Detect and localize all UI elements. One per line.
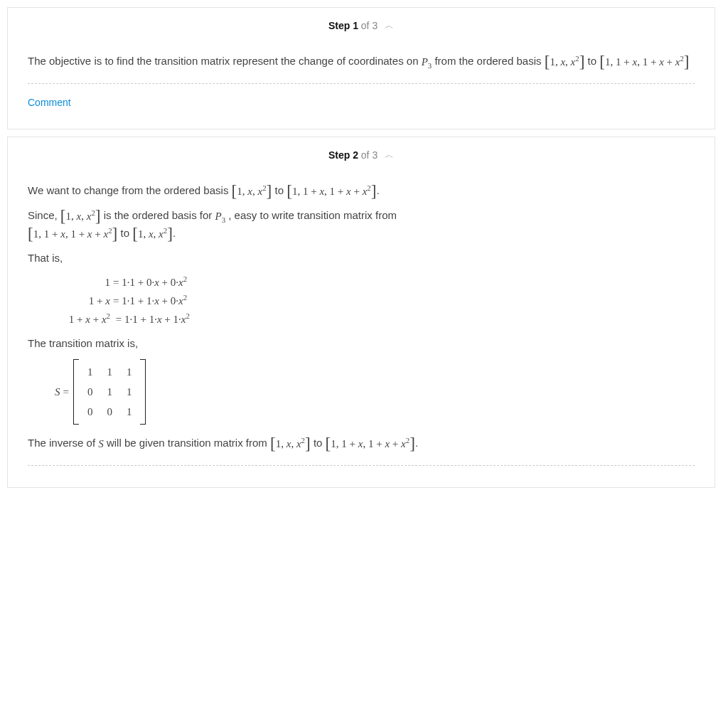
divider-2 [28, 465, 695, 466]
basis-new-3: [1, 1 + x, 1 + x + x2] [28, 228, 117, 240]
step-count-1: of 3 [358, 20, 378, 31]
s-symbol: S [98, 438, 104, 449]
s2-l2c: , easy to write transition matrix from [228, 209, 397, 221]
s2-l1a: We want to change from the ordered basis [28, 184, 232, 196]
step-1-number: Step 1 [328, 20, 358, 31]
s2-l1b: to [274, 184, 287, 196]
step2-line2: Since, [1, x, x2] is the ordered basis f… [28, 207, 695, 243]
basis-standard: [1, x, x2] [545, 56, 585, 68]
step2-line1: We want to change from the ordered basis… [28, 182, 695, 200]
inv-d: . [415, 437, 418, 449]
step1-text-a: The objective is to find the transition … [28, 55, 422, 67]
basis-new-2: [1, 1 + x, 1 + x + x2] [287, 186, 376, 197]
basis-standard-2: [1, x, x2] [232, 186, 272, 197]
matrix-body: 111 011 001 [80, 362, 139, 422]
eq-2: 1 + x = 1·1 + 1·x + 0·x2 [55, 292, 695, 309]
p3-symbol: P3 [422, 56, 432, 68]
s2-l2a: Since, [28, 209, 60, 221]
step-2-body: We want to change from the ordered basis… [8, 171, 714, 487]
step-2-number: Step 2 [328, 149, 358, 161]
step1-text-b: from the ordered basis [434, 55, 544, 67]
inverse-text: The inverse of S will be given transitio… [28, 435, 695, 452]
chevron-up-icon[interactable]: ︿ [385, 148, 394, 163]
step-1-header[interactable]: Step 1 of 3 ︿ [8, 8, 714, 41]
s2-l1c: . [376, 184, 379, 196]
inv-b: will be given transition matrix from [107, 437, 270, 449]
eq-1: 1 = 1·1 + 0·x + 0·x2 [55, 274, 695, 291]
step-count-2: of 3 [358, 149, 378, 161]
step-1-body: The objective is to find the transition … [8, 41, 714, 129]
s2-l2e: . [173, 227, 176, 239]
transition-matrix-text: The transition matrix is, [28, 335, 695, 352]
s-symbol-lhs: S [55, 383, 60, 400]
step-2-header[interactable]: Step 2 of 3 ︿ [8, 137, 714, 171]
matrix-s: S = 111 011 001 [55, 359, 146, 425]
basis-new: [1, 1 + x, 1 + x + x2] [599, 56, 689, 68]
p3-symbol-2: P3 [215, 211, 226, 222]
eq1-lhs: 1 [55, 274, 113, 291]
basis-standard-4: [1, x, x2] [132, 228, 173, 240]
inv-c: to [314, 437, 326, 449]
step-1-card: Step 1 of 3 ︿ The objective is to find t… [7, 7, 715, 129]
inv-a: The inverse of [28, 437, 98, 449]
divider-1 [28, 83, 695, 84]
step-2-card: Step 2 of 3 ︿ We want to change from the… [7, 137, 715, 488]
eq-3: 1 + x + x2 = 1·1 + 1·x + 1·x2 [55, 311, 695, 328]
basis-new-4: [1, 1 + x, 1 + x + x2] [326, 438, 415, 449]
s2-l2d: to [121, 227, 133, 239]
equations: 1 = 1·1 + 0·x + 0·x2 1 + x = 1·1 + 1·x +… [55, 274, 695, 328]
that-is: That is, [28, 250, 695, 267]
basis-standard-5: [1, x, x2] [270, 438, 311, 449]
comment-link[interactable]: Comment [28, 95, 71, 117]
basis-standard-3: [1, x, x2] [60, 211, 101, 222]
step1-text-c: to [588, 55, 600, 67]
chevron-up-icon[interactable]: ︿ [385, 18, 394, 33]
s2-l2b: is the ordered basis for [104, 209, 215, 221]
step-1-objective: The objective is to find the transition … [28, 53, 695, 70]
